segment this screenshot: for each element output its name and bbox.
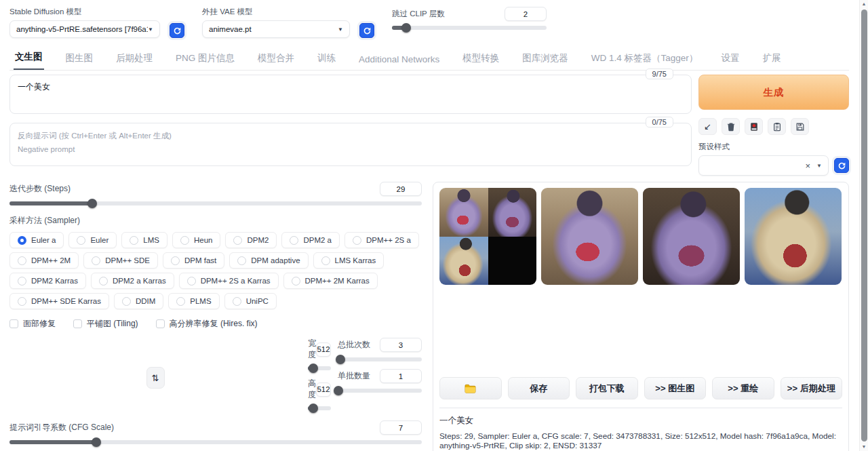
hires-fix-checkbox[interactable]: 高分辨率修复 (Hires. fix) <box>156 318 258 330</box>
model-toolbar: Stable Diffusion 模型 anything-v5-PrtRE.sa… <box>9 7 849 39</box>
generate-button[interactable]: 生成 <box>698 75 849 110</box>
clip-skip-group: 跳过 CLIP 层数 2 <box>392 7 547 30</box>
gallery-thumbnail-grid[interactable] <box>439 188 536 285</box>
height-block: 高度 512 <box>308 378 331 410</box>
sampler-option[interactable]: DDIM <box>114 293 163 309</box>
tab-extras[interactable]: 后期处理 <box>115 48 154 70</box>
refresh-sd-model-button[interactable] <box>170 23 184 38</box>
paste-params-button[interactable]: ↙ <box>698 118 717 135</box>
sampler-option[interactable]: DPM++ SDE Karras <box>9 293 109 309</box>
width-block: 宽度 512 <box>308 338 331 370</box>
height-label: 高度 <box>308 378 316 401</box>
width-value[interactable]: 512 <box>316 342 331 357</box>
cfg-slider[interactable] <box>9 440 422 444</box>
cfg-label: 提示词引导系数 (CFG Scale) <box>9 422 114 433</box>
tab-png-info[interactable]: PNG 图片信息 <box>174 48 236 70</box>
sampler-option[interactable]: Heun <box>172 232 221 248</box>
sd-model-dropdown[interactable]: anything-v5-PrtRE.safetensors [7f96a1a9c… <box>9 20 160 38</box>
send-to-img2img-button[interactable]: >> 图生图 <box>644 377 707 399</box>
radio-icon <box>187 277 196 286</box>
swap-dimensions-button[interactable]: ⇅ <box>146 367 165 389</box>
cfg-value[interactable]: 7 <box>380 420 422 435</box>
radio-icon <box>18 256 26 265</box>
radio-icon <box>18 236 26 245</box>
negative-placeholder-line1: 反向提示词 (按 Ctrl+Enter 或 Alt+Enter 生成) <box>18 130 684 143</box>
sampler-option[interactable]: DPM2 Karras <box>9 273 86 289</box>
steps-value[interactable]: 29 <box>380 182 422 196</box>
save-style-button[interactable] <box>791 118 809 135</box>
tab-extensions[interactable]: 扩展 <box>761 48 782 70</box>
clear-prompt-button[interactable] <box>722 118 740 135</box>
batch-count-value[interactable]: 3 <box>380 338 422 352</box>
clear-icon[interactable]: × <box>805 161 810 171</box>
sampler-option[interactable]: Euler <box>68 232 117 248</box>
gallery-thumbnail[interactable] <box>643 188 740 285</box>
tab-tagger[interactable]: WD 1.4 标签器（Tagger） <box>590 48 700 70</box>
refresh-styles-button[interactable] <box>834 158 849 173</box>
tab-settings[interactable]: 设置 <box>719 48 741 70</box>
sampler-option[interactable]: DPM adaptive <box>229 252 308 269</box>
prompt-input[interactable]: 9/75 一个美女 <box>9 75 692 114</box>
grid-image <box>439 188 488 237</box>
gallery-thumbnail[interactable] <box>541 188 638 285</box>
clip-skip-value[interactable]: 2 <box>505 7 547 21</box>
save-image-button[interactable]: 保存 <box>508 377 570 399</box>
batch-size-slider[interactable] <box>338 389 422 393</box>
styles-dropdown[interactable]: × ▼ <box>698 155 829 176</box>
sampler-option[interactable]: DPM++ 2M <box>9 252 79 269</box>
sampler-option[interactable]: Euler a <box>9 232 64 248</box>
radio-icon <box>233 297 241 306</box>
sampler-option[interactable]: DPM2 a Karras <box>91 273 174 289</box>
tab-image-browser[interactable]: 图库浏览器 <box>521 48 570 70</box>
apply-style-button[interactable] <box>768 118 786 135</box>
gallery-thumbnail[interactable] <box>745 188 842 285</box>
clip-skip-slider[interactable] <box>392 26 547 30</box>
extra-networks-button[interactable] <box>745 118 763 135</box>
sampler-option[interactable]: DPM2 a <box>281 232 340 248</box>
page-scrollbar[interactable]: ▲ ▼ <box>859 0 868 451</box>
sampler-option[interactable]: DPM++ 2S a <box>344 232 419 248</box>
zip-download-button[interactable]: 打包下载 <box>576 377 638 399</box>
tab-additional-networks[interactable]: Additional Networks <box>357 50 441 70</box>
open-folder-button[interactable] <box>439 377 502 399</box>
tab-model-convert[interactable]: 模型转换 <box>461 48 500 70</box>
tab-train[interactable]: 训练 <box>316 48 337 70</box>
restore-faces-checkbox[interactable]: 面部修复 <box>9 318 56 330</box>
tiling-checkbox[interactable]: 平铺图 (Tiling) <box>73 318 138 330</box>
sampler-option[interactable]: DPM++ 2S a Karras <box>179 273 279 289</box>
gallery-actions: 保存 打包下载 >> 图生图 >> 重绘 >> 后期处理 <box>439 377 842 399</box>
sampler-option[interactable]: LMS Karras <box>313 252 384 269</box>
scrollbar-thumb[interactable] <box>861 9 867 442</box>
batch-size-value[interactable]: 1 <box>380 369 422 383</box>
send-to-extras-button[interactable]: >> 后期处理 <box>781 377 843 399</box>
sampler-option[interactable]: DPM++ 2M Karras <box>283 273 378 289</box>
sd-model-value: anything-v5-PrtRE.safetensors [7f96a1a9c… <box>16 25 148 33</box>
clip-skip-label: 跳过 CLIP 层数 <box>392 9 445 19</box>
send-to-inpaint-button[interactable]: >> 重绘 <box>712 377 774 399</box>
negative-prompt-input[interactable]: 0/75 反向提示词 (按 Ctrl+Enter 或 Alt+Enter 生成)… <box>9 123 692 166</box>
tab-img2img[interactable]: 图生图 <box>64 48 95 70</box>
vae-dropdown[interactable]: animevae.pt ▼ <box>202 20 350 38</box>
height-slider[interactable] <box>308 406 331 410</box>
scroll-up-icon[interactable]: ▲ <box>862 0 867 8</box>
tab-txt2img[interactable]: 文生图 <box>14 47 44 70</box>
styles-label: 预设样式 <box>698 142 849 152</box>
width-slider[interactable] <box>308 366 331 370</box>
grid-image <box>439 237 488 286</box>
vae-refresh-wrap <box>359 21 374 39</box>
batch-count-slider[interactable] <box>338 357 422 361</box>
steps-slider[interactable] <box>9 201 422 205</box>
refresh-vae-button[interactable] <box>359 23 374 38</box>
tab-checkpoint-merger[interactable]: 模型合并 <box>256 48 296 70</box>
sampler-option[interactable]: UniPC <box>224 293 277 309</box>
sampler-option[interactable]: LMS <box>121 232 167 248</box>
batch-size-block: 单批数量 1 <box>338 369 422 393</box>
height-value[interactable]: 512 <box>316 383 331 397</box>
sampler-option[interactable]: DPM2 <box>225 232 277 248</box>
sampler-option[interactable]: PLMS <box>168 293 219 309</box>
batch-count-block: 总批次数 3 <box>338 338 422 361</box>
checkbox-icon <box>9 319 18 328</box>
scroll-down-icon[interactable]: ▼ <box>862 443 867 451</box>
sampler-option[interactable]: DPM fast <box>163 252 224 269</box>
sampler-option[interactable]: DPM++ SDE <box>83 252 158 269</box>
